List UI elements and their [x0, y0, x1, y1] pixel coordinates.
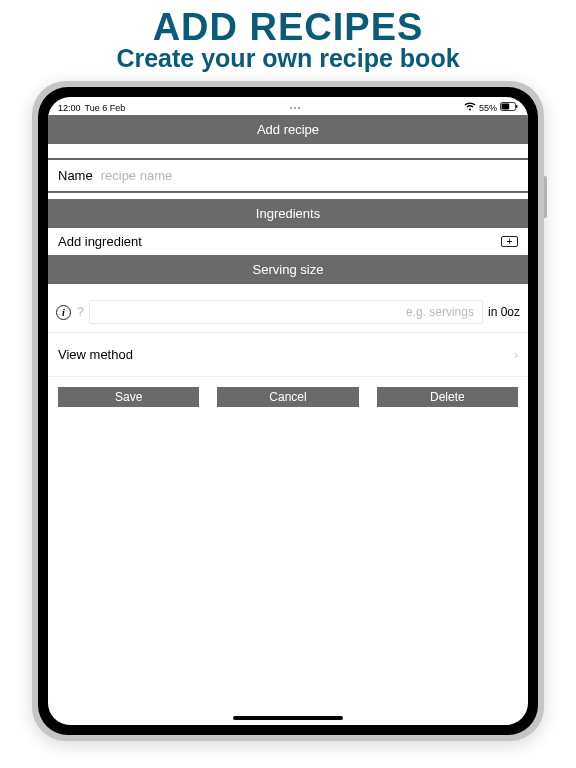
multitask-dots-icon — [290, 107, 300, 109]
svg-rect-2 — [516, 105, 518, 108]
promo-title: ADD RECIPES — [0, 8, 576, 48]
delete-button[interactable]: Delete — [377, 387, 518, 407]
info-icon[interactable]: i — [56, 305, 71, 320]
chevron-right-icon: › — [514, 347, 518, 362]
battery-percent: 55% — [479, 103, 497, 113]
servings-input[interactable]: e.g. servings — [89, 300, 483, 324]
tablet-device-frame: 12:00 Tue 6 Feb 55% Add recipe — [32, 81, 544, 741]
add-ingredient-icon[interactable]: + — [501, 236, 518, 247]
header-serving-size: Serving size — [48, 255, 528, 284]
help-question-mark[interactable]: ? — [77, 305, 84, 319]
svg-rect-1 — [502, 104, 510, 110]
add-ingredient-label: Add ingredient — [58, 234, 142, 249]
wifi-icon — [464, 102, 476, 113]
battery-icon — [500, 102, 518, 113]
promo-subtitle: Create your own recipe book — [0, 45, 576, 71]
view-method-label: View method — [58, 347, 133, 362]
status-date: Tue 6 Feb — [85, 103, 126, 113]
status-time: 12:00 — [58, 103, 81, 113]
name-row[interactable]: Name recipe name — [48, 158, 528, 193]
status-bar: 12:00 Tue 6 Feb 55% — [48, 97, 528, 115]
header-ingredients: Ingredients — [48, 199, 528, 228]
serving-row: i ? e.g. servings in 0oz — [48, 292, 528, 333]
save-button[interactable]: Save — [58, 387, 199, 407]
view-method-row[interactable]: View method › — [48, 333, 528, 377]
serving-unit: in 0oz — [488, 305, 520, 319]
button-row: Save Cancel Delete — [48, 377, 528, 417]
home-indicator[interactable] — [233, 716, 343, 720]
device-power-button — [544, 176, 547, 218]
promo-header: ADD RECIPES Create your own recipe book — [0, 0, 576, 77]
header-add-recipe: Add recipe — [48, 115, 528, 144]
screen: 12:00 Tue 6 Feb 55% Add recipe — [48, 97, 528, 725]
add-ingredient-row[interactable]: Add ingredient + — [48, 228, 528, 255]
name-label: Name — [58, 168, 93, 183]
name-input[interactable]: recipe name — [101, 168, 518, 183]
cancel-button[interactable]: Cancel — [217, 387, 358, 407]
